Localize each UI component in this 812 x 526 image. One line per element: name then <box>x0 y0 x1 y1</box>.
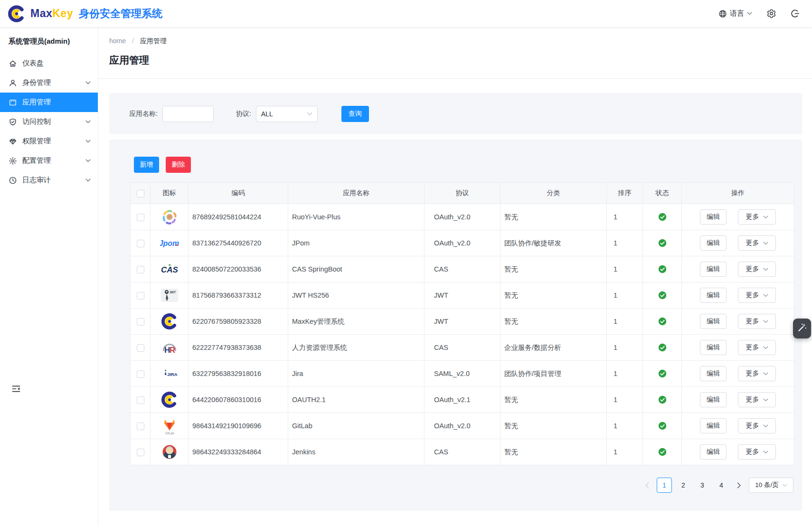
app-icon-jwt: JWT <box>160 286 179 305</box>
more-button-label: 更多 <box>746 291 759 300</box>
select-all-checkbox[interactable] <box>137 190 144 197</box>
chevron-down-icon <box>763 242 768 245</box>
app-code: 876892492581044224 <box>189 204 288 230</box>
applications-table: 图标编码应用名称协议分类排序状态操作 876892492581044224 Ru… <box>130 182 794 465</box>
settings-gear-icon[interactable] <box>766 9 776 19</box>
shield-icon <box>9 118 17 126</box>
menu-fold-icon[interactable] <box>11 384 21 394</box>
more-button[interactable]: 更多 <box>738 444 776 460</box>
app-name: OAUTH2.1 <box>288 387 425 413</box>
app-protocol: OAuth_v2.0 <box>425 230 500 256</box>
app-name-input[interactable] <box>162 106 214 122</box>
svg-text:CAS: CAS <box>161 265 179 274</box>
status-enabled-icon <box>658 265 667 273</box>
chevron-down-icon <box>763 268 768 271</box>
more-button[interactable]: 更多 <box>738 340 776 355</box>
more-button[interactable]: 更多 <box>738 288 776 303</box>
brand: MaxKey 身份安全管理系统 <box>7 4 162 24</box>
more-button[interactable]: 更多 <box>738 314 776 329</box>
delete-button[interactable]: 删除 <box>166 157 191 173</box>
row-checkbox[interactable] <box>137 423 144 430</box>
app-icon-gitlab: GitLab <box>160 416 179 435</box>
edit-button[interactable]: 编辑 <box>700 209 727 225</box>
chevron-down-icon <box>763 294 768 297</box>
next-page-button[interactable] <box>733 478 745 493</box>
app-protocol: SAML_v2.0 <box>425 361 500 387</box>
sidebar-item-identity[interactable]: 身份管理 <box>0 73 98 93</box>
more-button[interactable]: 更多 <box>738 392 776 407</box>
app-sort: 1 <box>607 204 643 230</box>
app-name: JWT HS256 <box>288 282 425 309</box>
sidebar-item-permission[interactable]: 权限管理 <box>0 132 98 151</box>
page-3-button[interactable]: 3 <box>695 478 710 493</box>
edit-button[interactable]: 编辑 <box>700 314 727 329</box>
app-protocol: OAuth_v2.0 <box>425 413 500 439</box>
page-2-button[interactable]: 2 <box>676 478 691 493</box>
column-header: 协议 <box>425 183 500 204</box>
app-protocol: CAS <box>425 256 500 282</box>
more-button-label: 更多 <box>746 422 759 430</box>
app-sort: 1 <box>607 230 643 256</box>
magic-wand-icon <box>797 322 807 335</box>
row-checkbox[interactable] <box>137 370 144 378</box>
page-1-button[interactable]: 1 <box>657 478 672 493</box>
column-header: 操作 <box>682 183 794 204</box>
edit-button[interactable]: 编辑 <box>700 340 727 355</box>
app-name: GitLab <box>288 413 425 439</box>
app-name: CAS SpringBoot <box>288 256 425 282</box>
search-button[interactable]: 查询 <box>341 106 369 122</box>
sidebar-item-label: 配置管理 <box>22 156 85 165</box>
breadcrumb-home[interactable]: home <box>109 37 126 45</box>
sidebar-item-config[interactable]: 配置管理 <box>0 151 98 170</box>
page-size-select[interactable]: 10 条/页 <box>749 478 793 493</box>
app-icon-maxkey <box>160 312 179 331</box>
add-button[interactable]: 新增 <box>134 157 159 173</box>
prev-page-button[interactable] <box>641 478 653 493</box>
app-code: 644220607860310016 <box>189 387 288 413</box>
row-checkbox[interactable] <box>137 240 144 247</box>
sidebar-item-access-control[interactable]: 访问控制 <box>0 112 98 132</box>
sidebar-item-audit[interactable]: 日志审计 <box>0 170 98 190</box>
more-button-label: 更多 <box>746 369 759 378</box>
app-code: 986431492190109696 <box>189 413 288 439</box>
row-checkbox[interactable] <box>137 318 144 326</box>
app-icon-hr: HR <box>160 338 179 357</box>
more-button[interactable]: 更多 <box>738 235 776 251</box>
more-button[interactable]: 更多 <box>738 418 776 433</box>
edit-button[interactable]: 编辑 <box>700 235 727 251</box>
row-checkbox[interactable] <box>137 344 144 352</box>
row-checkbox[interactable] <box>137 396 144 404</box>
more-button[interactable]: 更多 <box>738 366 776 381</box>
protocol-select[interactable]: ALL <box>256 106 318 122</box>
app-sort: 1 <box>607 309 643 335</box>
more-button-label: 更多 <box>746 395 759 404</box>
filter-bar: 应用名称: 协议: ALL 查询 <box>109 93 802 134</box>
table-row: 644220607860310016 OAUTH2.1 OAuth_v2.1 暂… <box>131 387 794 413</box>
row-checkbox[interactable] <box>137 292 144 300</box>
app-protocol: OAuth_v2.0 <box>425 204 500 230</box>
edit-button[interactable]: 编辑 <box>700 262 727 277</box>
app-icon-jenkins <box>160 442 179 461</box>
app-category: 企业服务/数据分析 <box>500 335 607 361</box>
floating-assistant-button[interactable] <box>793 319 811 338</box>
edit-button[interactable]: 编辑 <box>700 392 727 407</box>
app-name: RuoYi-Vue-Plus <box>288 204 425 230</box>
sidebar-item-dashboard[interactable]: 仪表盘 <box>0 54 98 73</box>
sidebar-item-apps[interactable]: 应用管理 <box>0 93 98 112</box>
edit-button[interactable]: 编辑 <box>700 366 727 381</box>
row-checkbox[interactable] <box>137 449 144 456</box>
edit-button[interactable]: 编辑 <box>700 444 727 460</box>
column-header: 状态 <box>643 183 682 204</box>
edit-button[interactable]: 编辑 <box>700 288 727 303</box>
row-checkbox[interactable] <box>137 266 144 273</box>
page-4-button[interactable]: 4 <box>714 478 729 493</box>
column-header: 编码 <box>189 183 288 204</box>
more-button[interactable]: 更多 <box>738 209 776 225</box>
edit-button[interactable]: 编辑 <box>700 418 727 433</box>
row-checkbox[interactable] <box>137 214 144 221</box>
more-button[interactable]: 更多 <box>738 262 776 277</box>
logout-icon[interactable] <box>791 9 800 18</box>
sidebar-item-label: 仪表盘 <box>22 59 85 68</box>
language-dropdown[interactable]: 语言 <box>718 9 752 18</box>
gem-icon <box>9 137 17 146</box>
